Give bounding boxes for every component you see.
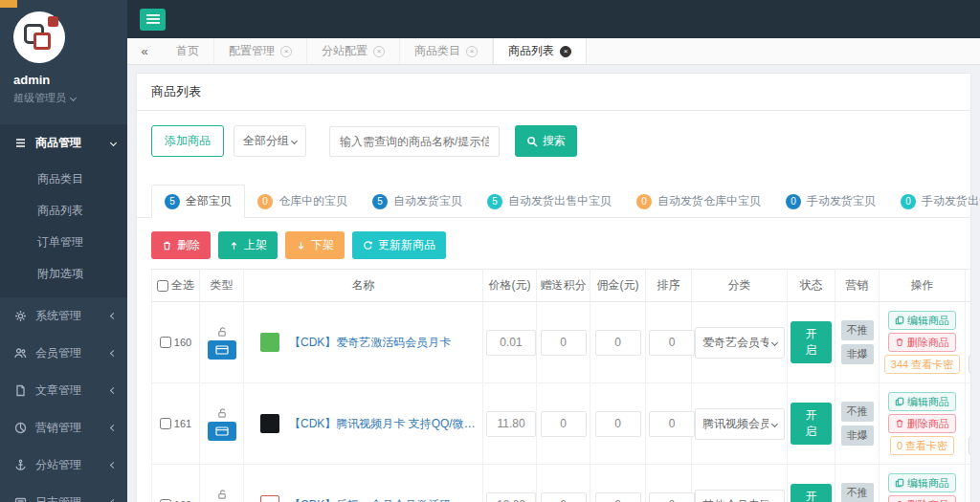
sidebar-item-system-management[interactable]: 系统管理: [0, 297, 127, 335]
bulk-on-shelf-button[interactable]: 上架: [218, 231, 278, 259]
top-header: [127, 0, 980, 38]
sidebar-item-substation-management[interactable]: 分站管理: [0, 447, 127, 484]
price-input[interactable]: [486, 330, 536, 356]
toolbar: 添加商品 全部分组 搜索: [137, 111, 970, 161]
close-tab-icon[interactable]: ×: [280, 46, 292, 57]
sub-site-button[interactable]: 0未上架子站: [969, 436, 970, 455]
delete-product-button[interactable]: 删除商品: [888, 333, 956, 352]
search-button[interactable]: 搜索: [515, 125, 577, 157]
product-name-link[interactable]: 【CDK】乐视一个月会员激活码: [289, 497, 451, 502]
filter-tab-auto-ship-warehouse[interactable]: 0 自动发货仓库中宝贝: [624, 185, 773, 218]
category-select[interactable]: 其他会员专区: [695, 490, 785, 502]
tab-product-categories[interactable]: 商品类目 ×: [400, 38, 493, 64]
sub-site-button[interactable]: 0未上架子站: [969, 355, 970, 374]
card-type-button[interactable]: [208, 340, 236, 360]
unlock-icon[interactable]: [216, 489, 228, 500]
tab-product-list[interactable]: 商品列表 ×: [493, 38, 587, 64]
filter-tab-in-stock[interactable]: 0 仓库中的宝贝: [245, 185, 360, 218]
filter-tabs: 5 全部宝贝 0 仓库中的宝贝 5 自动发货宝贝 5 自动发货出售中宝贝: [137, 161, 970, 218]
points-input[interactable]: [541, 411, 587, 437]
sort-input[interactable]: [649, 330, 695, 356]
tab-config-management[interactable]: 配置管理 ×: [214, 38, 307, 64]
table-row: 160 【CDK】爱奇艺激活码会员月卡: [152, 302, 971, 383]
status-button[interactable]: 开启: [791, 321, 832, 363]
filter-tab-auto-ship[interactable]: 5 自动发货宝贝: [360, 185, 475, 218]
view-cards-button[interactable]: 344查看卡密: [884, 355, 960, 374]
sidebar-toggle-button[interactable]: [140, 9, 166, 31]
view-cards-button[interactable]: 0查看卡密: [890, 436, 954, 455]
user-role-dropdown[interactable]: 超级管理员: [13, 91, 127, 105]
chevron-down-icon: [110, 140, 117, 146]
sidebar-item-product-list[interactable]: 商品列表: [0, 195, 127, 227]
filter-tab-auto-ship-selling[interactable]: 5 自动发货出售中宝贝: [475, 185, 624, 218]
bulk-update-products-button[interactable]: 更新新商品: [352, 231, 446, 259]
sort-input[interactable]: [649, 492, 695, 502]
table-row: 161 【CDK】腾讯视频月卡 支持QQ/微信 官方卡: [152, 383, 971, 465]
category-select[interactable]: 爱奇艺会员专区: [695, 327, 785, 359]
anchor-icon: [14, 459, 27, 471]
product-name-link[interactable]: 【CDK】爱奇艺激活码会员月卡: [289, 335, 451, 351]
category-select[interactable]: 腾讯视频会员专区: [695, 408, 785, 440]
not-hot-badge[interactable]: 非爆: [841, 344, 874, 364]
not-recommended-badge[interactable]: 不推: [841, 320, 874, 340]
unlock-icon[interactable]: [216, 407, 228, 419]
delete-product-button[interactable]: 删除商品: [888, 495, 956, 502]
search-icon: [526, 136, 538, 147]
newspaper-icon: [14, 496, 27, 502]
sidebar-item-extra-options[interactable]: 附加选项: [0, 258, 127, 290]
select-all-checkbox[interactable]: [157, 280, 168, 292]
sidebar-item-member-management[interactable]: 会员管理: [0, 335, 127, 372]
chevron-left-icon: [110, 350, 117, 357]
count-badge: 5: [165, 194, 180, 209]
bulk-off-shelf-button[interactable]: 下架: [285, 231, 345, 259]
table-row: 162 【CDK】乐视一个月会员激活码: [152, 465, 971, 502]
product-name-link[interactable]: 【CDK】腾讯视频月卡 支持QQ/微信 官方卡: [289, 416, 479, 432]
delete-product-button[interactable]: 删除商品: [888, 414, 956, 433]
filter-tab-manual-ship-selling[interactable]: 0 手动发货出售中宝贝: [888, 185, 980, 218]
not-recommended-badge[interactable]: 不推: [841, 483, 874, 502]
chevron-left-icon: [110, 387, 117, 394]
points-input[interactable]: [541, 330, 587, 356]
sidebar-item-product-categories[interactable]: 商品类目: [0, 164, 127, 195]
filter-tab-all[interactable]: 5 全部宝贝: [151, 185, 245, 218]
status-button[interactable]: 开启: [791, 484, 832, 502]
add-product-button[interactable]: 添加商品: [151, 125, 224, 157]
sidebar-item-order-management[interactable]: 订单管理: [0, 227, 127, 258]
sidebar-item-log-management[interactable]: 日志管理: [0, 484, 127, 502]
count-badge: 0: [786, 194, 801, 209]
price-input[interactable]: [486, 411, 536, 437]
tab-home[interactable]: 首页: [162, 38, 214, 64]
close-tab-icon[interactable]: ×: [466, 46, 478, 57]
bulk-delete-button[interactable]: 删除: [151, 231, 211, 259]
edit-product-button[interactable]: 编辑商品: [888, 473, 956, 492]
not-hot-badge[interactable]: 非爆: [841, 426, 874, 446]
points-input[interactable]: [541, 492, 587, 502]
card-type-button[interactable]: [208, 422, 236, 441]
row-checkbox[interactable]: [160, 337, 171, 348]
sidebar: admin 超级管理员 商品管理 商品类目 商品列表 订单管理 附加选项: [0, 0, 127, 502]
sidebar-item-marketing-management[interactable]: 营销管理: [0, 409, 127, 447]
price-input[interactable]: [486, 492, 536, 502]
commission-input[interactable]: [595, 330, 641, 356]
close-tab-icon[interactable]: ×: [560, 46, 571, 57]
row-checkbox[interactable]: [160, 418, 171, 429]
filter-tab-manual-ship[interactable]: 0 手动发货宝贝: [773, 185, 888, 218]
edit-product-button[interactable]: 编辑商品: [888, 392, 956, 411]
products-table-wrap: 全选 类型 名称 价格(元) 赠送积分 佣金(元) 排序 分类 状态 营销 操作: [137, 269, 970, 502]
chevron-down-icon: [771, 338, 778, 345]
sort-input[interactable]: [649, 411, 695, 437]
not-recommended-badge[interactable]: 不推: [841, 402, 874, 422]
unlock-icon[interactable]: [216, 326, 228, 338]
close-tab-icon[interactable]: ×: [373, 46, 385, 57]
status-button[interactable]: 开启: [791, 403, 832, 445]
commission-input[interactable]: [595, 411, 641, 437]
sidebar-item-article-management[interactable]: 文章管理: [0, 372, 127, 409]
commission-input[interactable]: [595, 492, 641, 502]
sidebar-item-product-management[interactable]: 商品管理: [0, 124, 127, 162]
search-input[interactable]: [329, 126, 500, 157]
group-filter-select[interactable]: 全部分组: [234, 125, 306, 157]
edit-product-button[interactable]: 编辑商品: [888, 311, 956, 330]
tabs-scroll-left-button[interactable]: «: [127, 38, 162, 64]
count-badge: 0: [636, 194, 652, 209]
tab-substation-config[interactable]: 分站配置 ×: [307, 38, 400, 64]
